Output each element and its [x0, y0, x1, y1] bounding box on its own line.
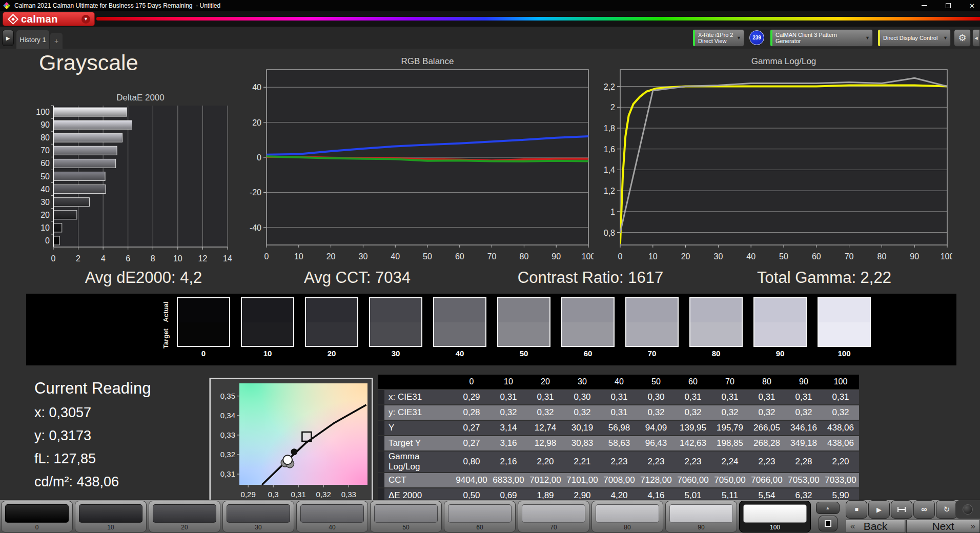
pattern-generator-dropdown[interactable]: CalMAN Client 3 Pattern Generator ▼	[770, 29, 873, 47]
current-reading-cdm2: cd/m²: 438,06	[34, 474, 151, 490]
gear-icon[interactable]: ⚙	[954, 29, 971, 47]
svg-text:4: 4	[101, 254, 106, 263]
pattern-tile-100[interactable]: 100	[739, 501, 811, 532]
table-cell: 0,31	[822, 390, 859, 404]
table-cell: 2,23	[675, 452, 711, 472]
pattern-tile-10[interactable]: 10	[75, 501, 147, 532]
svg-text:40: 40	[252, 83, 261, 92]
tab-scroll-button[interactable]: ▶	[2, 30, 14, 46]
table-cell: 0,32	[822, 405, 859, 420]
pattern-tile-60[interactable]: 60	[444, 501, 516, 532]
swatch-level-label: 0	[177, 349, 230, 358]
current-reading-title: Current Reading	[34, 379, 151, 398]
minimize-icon[interactable]	[922, 5, 927, 6]
current-reading-fl: fL: 127,85	[34, 451, 151, 467]
table-row-label: x: CIE31	[384, 390, 453, 404]
pattern-tile-30[interactable]: 30	[222, 501, 294, 532]
calman-menu-button[interactable]: calman ▼	[3, 12, 95, 26]
current-reading-y: y: 0,3173	[34, 428, 151, 444]
deltae-bar-40	[53, 185, 106, 194]
stop-icon: ■	[854, 506, 858, 513]
stat-avg-de2000: Avg dE2000: 4,2	[85, 269, 202, 287]
svg-text:1,4: 1,4	[604, 166, 615, 174]
table-cell: 268,28	[748, 436, 785, 450]
grayscale-swatch-10: 10	[241, 297, 294, 358]
table-col-header: 60	[675, 375, 711, 389]
svg-text:90: 90	[910, 252, 919, 261]
step-button[interactable]	[891, 500, 912, 519]
swatch-level-label: 40	[433, 349, 486, 358]
stop-button[interactable]: ■	[846, 500, 867, 519]
svg-text:10: 10	[294, 252, 303, 261]
loop-button[interactable]: ∞	[913, 500, 935, 519]
pattern-tile-70[interactable]: 70	[518, 501, 589, 532]
next-button[interactable]: Next »	[906, 520, 980, 533]
refresh-icon: ↻	[944, 505, 950, 514]
pattern-tile-0[interactable]: 0	[1, 501, 73, 532]
actual-row-label: Actual	[162, 297, 170, 327]
svg-text:0,31: 0,31	[220, 469, 235, 478]
add-tab-button[interactable]: +	[50, 33, 63, 49]
table-cell: 0,32	[527, 405, 564, 420]
svg-text:0,33: 0,33	[341, 490, 356, 499]
table-cell: 3,16	[490, 436, 527, 450]
table-cell: 94,09	[638, 421, 675, 435]
table-row-label: Target Y	[384, 436, 453, 450]
grayscale-swatch-strip: Actual Target 0102030405060708090100	[26, 294, 956, 365]
pattern-tile-50[interactable]: 50	[370, 501, 442, 532]
svg-text:2: 2	[610, 103, 615, 112]
close-icon[interactable]: ✕	[969, 3, 975, 9]
pattern-window-button[interactable]	[819, 516, 838, 531]
table-cell: 0,31	[785, 390, 822, 404]
table-cell: 2,20	[822, 452, 859, 472]
svg-text:50: 50	[423, 252, 432, 261]
play-button[interactable]: ▶	[868, 500, 890, 519]
table-row-label: Y	[384, 421, 453, 435]
maximize-icon[interactable]	[946, 3, 951, 8]
table-cell: 438,06	[822, 436, 859, 450]
table-col-header: 100	[822, 375, 859, 389]
table-row-label: CCT	[384, 473, 453, 487]
table-cell: 2,16	[490, 452, 527, 472]
svg-text:30: 30	[359, 252, 368, 261]
tab-history-1[interactable]: History 1	[16, 30, 49, 49]
table-cell: 7101,00	[564, 473, 601, 487]
deltae-bar-80	[53, 133, 122, 142]
svg-text:80: 80	[40, 133, 50, 142]
table-cell: 0,32	[490, 405, 527, 420]
display-control-dropdown[interactable]: Direct Display Control ▼	[877, 29, 951, 47]
pattern-tile-20[interactable]: 20	[149, 501, 220, 532]
svg-text:1,2: 1,2	[604, 187, 615, 195]
meter-label: X-Rite i1Pro 2Direct View	[695, 32, 737, 44]
record-dot-icon[interactable]	[963, 504, 973, 515]
table-cell: 2,24	[711, 452, 748, 472]
pattern-tile-list: 0102030405060708090100	[1, 501, 811, 532]
pattern-tile-80[interactable]: 80	[591, 501, 663, 532]
refresh-button[interactable]: ↻	[936, 500, 957, 519]
back-button[interactable]: « Back	[846, 520, 905, 533]
pattern-tile-40[interactable]: 40	[296, 501, 368, 532]
swatch-list: 0102030405060708090100	[177, 297, 871, 358]
svg-text:60: 60	[40, 159, 50, 168]
collapse-panel-icon[interactable]: ◀	[972, 29, 980, 47]
current-reading-x: x: 0,3057	[34, 405, 151, 421]
svg-text:6: 6	[126, 254, 130, 263]
meter-reading-badge[interactable]: 239	[749, 30, 764, 45]
grayscale-swatch-70: 70	[625, 297, 679, 358]
svg-text:14: 14	[223, 254, 232, 263]
svg-text:20: 20	[252, 118, 261, 127]
back-chevron-icon: «	[850, 521, 855, 531]
chevron-down-icon[interactable]: ▼	[81, 15, 90, 24]
table-col-header: 80	[748, 375, 785, 389]
table-cell: 96,43	[638, 436, 675, 450]
window-title: Calman 2021 Calman Ultimate for Business…	[14, 2, 220, 9]
swatch-level-label: 50	[497, 349, 550, 358]
table-cell: 0,31	[527, 390, 564, 404]
table-cell: 2,23	[601, 452, 638, 472]
reference-dot	[291, 448, 297, 455]
deltae-bar-10	[53, 223, 62, 232]
swatch-level-label: 10	[241, 349, 294, 358]
pattern-tile-90[interactable]: 90	[665, 501, 737, 532]
meter-dropdown[interactable]: X-Rite i1Pro 2Direct View ▼	[692, 29, 744, 47]
pattern-up-button[interactable]: ▲	[816, 502, 840, 514]
